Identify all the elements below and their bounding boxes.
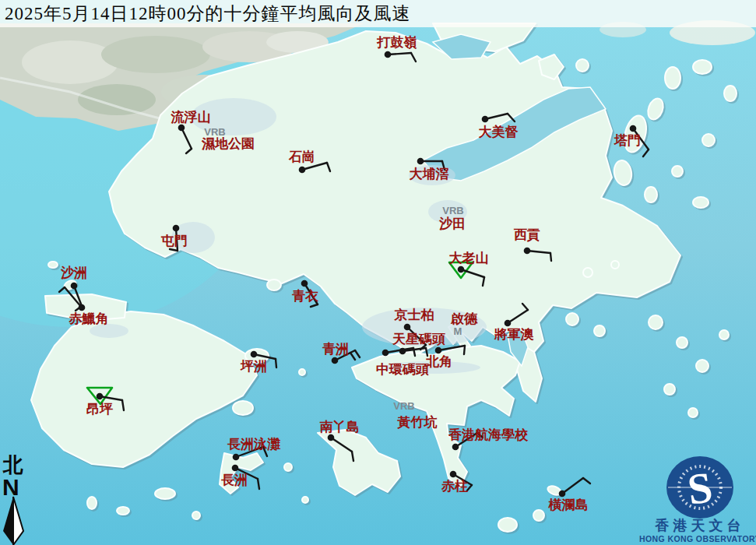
station-label: 石崗: [288, 149, 315, 164]
kau-yi-chau: [299, 369, 305, 375]
station-dot: [232, 465, 239, 472]
station-dot: [97, 393, 104, 400]
station-dot: [382, 350, 389, 357]
station-label: 香港航海學校: [448, 427, 529, 442]
station-label: 橫瀾島: [548, 498, 589, 512]
station-dot: [178, 125, 185, 132]
station-sha-tin: VRB沙田: [438, 205, 466, 231]
e-island-4: [649, 315, 663, 329]
port-shelter-islet-1: [583, 268, 592, 277]
station-dot: [482, 116, 489, 123]
station-dot: [332, 357, 339, 364]
station-dot: [71, 283, 78, 290]
station-label: 赤鱲角: [69, 311, 109, 326]
lamma-islet-2: [302, 497, 308, 503]
sw-island-1: [117, 507, 129, 515]
station-label: 赤柱: [441, 479, 468, 494]
station-dot: [452, 444, 459, 451]
station-label: 南丫島: [320, 420, 360, 434]
station-dot: [404, 324, 411, 331]
station-dot: [79, 304, 86, 311]
wind-barb-tick: [464, 346, 465, 354]
ne-island-7: [724, 86, 737, 101]
station-dot: [524, 248, 531, 255]
station-label: 天星碼頭: [392, 332, 445, 346]
station-dot: [559, 490, 566, 498]
station-label: 大埔滘: [410, 167, 449, 181]
map-title: 2025年5月14日12時00分的十分鐘平均風向及風速: [0, 2, 411, 26]
station-label: 大老山: [449, 251, 489, 265]
hong-kong-map: 打鼓嶺流浮山VRB濕地公園石崗大美督大埔滘塔門VRB沙田屯門西貢沙洲赤鱲角大老山…: [0, 0, 756, 545]
station-note-vrb: VRB: [442, 205, 463, 216]
wind-barb-tick: [550, 253, 551, 261]
title-bar: 2025年5月14日12時00分的十分鐘平均風向及風速: [0, 0, 756, 27]
station-dot: [630, 125, 637, 132]
station-dot: [458, 266, 465, 273]
e-island-2: [672, 166, 683, 177]
port-shelter-islet-2: [611, 261, 619, 269]
station-label: 京士柏: [394, 308, 434, 322]
e-island-5: [677, 337, 687, 348]
e-island-6: [696, 360, 709, 372]
station-label: 沙田: [438, 216, 466, 231]
station-label: 將軍澳: [494, 327, 535, 342]
station-dot: [328, 434, 335, 441]
e-island-9: [688, 408, 698, 417]
compass-hanzi: 北: [2, 454, 23, 476]
station-label: 塔門: [614, 133, 641, 148]
ma-wan: [267, 280, 281, 290]
sw-island-3: [87, 497, 97, 509]
station-label: 黃竹坑: [397, 414, 438, 430]
station-label: 坪洲: [240, 359, 267, 374]
station-dot: [450, 471, 457, 478]
hko-name-zh: 香港天文台: [655, 518, 745, 533]
station-dot: [233, 454, 240, 461]
hko-name-en: HONG KONG OBSERVATORY: [639, 534, 756, 543]
port-shelter-islet-4: [594, 325, 605, 336]
wind-map-page: 打鼓嶺流浮山VRB濕地公園石崗大美督大埔滘塔門VRB沙田屯門西貢沙洲赤鱲角大老山…: [0, 0, 756, 545]
station-note-vrb: VRB: [393, 400, 414, 412]
station-dot: [435, 347, 442, 354]
station-dot: [299, 167, 306, 174]
sw-island-2: [192, 512, 200, 519]
station-label: 長洲泳灘: [227, 437, 281, 452]
po-toi: [498, 518, 517, 532]
s-island-1: [533, 510, 544, 521]
station-dot: [301, 280, 308, 287]
station-label: 啟德: [450, 311, 478, 326]
station-label: 昂坪: [86, 402, 113, 417]
compass-n-letter: N: [2, 474, 19, 500]
e-island-8: [664, 384, 675, 395]
station-label: 北角: [425, 354, 452, 369]
ne-island-6: [693, 60, 712, 74]
station-label: 中環碼頭: [376, 362, 429, 377]
station-dot: [173, 225, 180, 232]
ne-island-3: [645, 187, 657, 202]
ne-island-5: [665, 67, 680, 89]
station-label: 長洲: [221, 473, 248, 487]
station-label: 沙洲: [60, 265, 87, 280]
station-dot: [417, 158, 424, 165]
station-label: 西貢: [513, 227, 540, 242]
station-label: 青衣: [292, 289, 319, 304]
station-dot: [505, 320, 512, 327]
station-label: 打鼓嶺: [377, 35, 417, 50]
e-island-1: [693, 197, 709, 208]
station-note-m: M: [454, 325, 462, 337]
wind-barb-tick: [276, 359, 276, 367]
station-label: 屯門: [160, 234, 188, 248]
e-island-3: [702, 134, 715, 146]
e-island-7: [719, 330, 729, 339]
lung-kwu-chau: [48, 262, 58, 268]
station-dot: [251, 351, 258, 358]
ne-island-4: [576, 59, 589, 72]
shek-kwu-chau: [155, 488, 175, 499]
station-dot: [385, 51, 392, 58]
station-label: 濕地公園: [201, 136, 255, 151]
station-label: 青洲: [322, 342, 349, 357]
station-label: 流浮山: [171, 110, 211, 125]
station-label: 大美督: [479, 124, 519, 139]
lamma-islet-1: [284, 463, 292, 471]
hei-ling-chau: [233, 401, 253, 415]
port-shelter-islet-3: [566, 313, 578, 325]
